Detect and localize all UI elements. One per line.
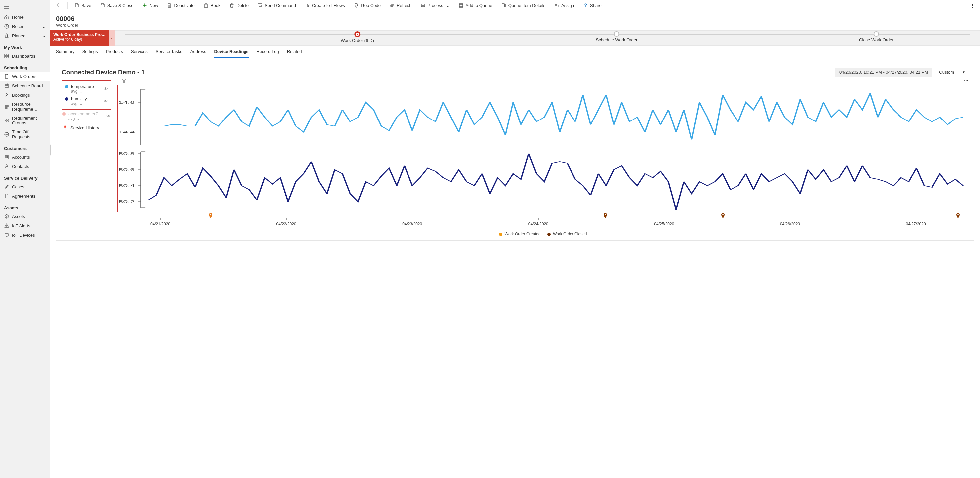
book-button[interactable]: Book [201,1,223,9]
bpf-stage-label: Schedule Work Order [596,37,638,42]
visibility-toggle-icon[interactable]: 👁 [107,113,111,118]
tab-address[interactable]: Address [190,49,206,57]
tab-device-readings[interactable]: Device Readings [214,49,248,57]
bpf-track-line [125,34,970,35]
business-process-flow: Work Order Business Pro… Active for 6 da… [50,30,980,46]
x-tick-label: 04/27/2020 [906,222,926,226]
more-vert-icon: ⋮ [970,3,975,8]
sidebar-item-work-orders[interactable]: Work Orders [0,72,49,81]
timeline-event-pin-icon[interactable] [208,213,213,219]
back-icon [55,3,60,8]
process-icon [420,3,426,8]
sidebar-item-assets[interactable]: Assets [0,212,49,221]
hamburger-button[interactable] [0,2,49,12]
bpf-stage[interactable]: Close Work Order [859,30,894,42]
chart-layers-button[interactable] [121,78,127,84]
back-button[interactable] [53,1,62,9]
sidebar-item-dashboards[interactable]: Dashboards [0,51,49,61]
tab-services[interactable]: Services [131,49,148,57]
sidebar-item-schedule-board[interactable]: Schedule Board [0,81,49,90]
range-mode-select[interactable]: Custom ▼ [936,68,968,76]
process-button[interactable]: Process⌄ [418,1,452,9]
svg-point-12 [210,214,211,215]
event-closed-dot-icon [547,233,550,236]
x-tick [538,218,539,220]
bpf-stage[interactable]: Schedule Work Order [596,30,638,42]
sidebar-item-iot-alerts[interactable]: IoT Alerts [0,221,49,230]
sidebar-item-home[interactable]: Home [0,12,49,22]
bpf-collapse-button[interactable]: ‹ [109,30,115,46]
service-history-toggle[interactable]: 📍 Service History [62,122,111,132]
sidebar-item-recent[interactable]: Recent⌄ [0,22,49,31]
series-name: humidity [71,96,101,101]
sidebar-item-agreements[interactable]: Agreements [0,191,49,201]
tab-content: Connected Device Demo - 1 04/20/2020, 10… [50,58,980,478]
commandbar-overflow-button[interactable]: ⋮ [968,2,977,9]
refresh-button[interactable]: Refresh [387,1,414,9]
wrench-icon [4,184,9,190]
cube-icon [4,214,9,219]
tab-products[interactable]: Products [106,49,123,57]
tab-service-tasks[interactable]: Service Tasks [156,49,182,57]
card-header: Connected Device Demo - 1 04/20/2020, 10… [62,68,968,76]
share-button[interactable]: Share [581,1,604,9]
sidebar-item-label: Assets [12,214,25,219]
save-button[interactable]: Save [72,1,94,9]
save-close-button[interactable]: Save & Close [98,1,136,9]
sidebar-item-resource-requireme-[interactable]: Resource Requireme… [0,100,49,113]
command-label: Send Command [265,3,296,8]
sidebar-item-time-off-requests[interactable]: Time Off Requests [0,127,49,142]
svg-text:14.6: 14.6 [118,100,135,104]
series-aggregation-select[interactable]: avg⌄ [71,101,101,106]
tab-related[interactable]: Related [287,49,302,57]
saveclose-icon [100,3,105,8]
queue-item-details-button[interactable]: Queue Item Details [499,1,547,9]
x-tick [790,218,791,220]
visibility-toggle-icon[interactable]: 👁 [104,86,108,91]
create-iot-flows-button[interactable]: Create IoT Flows [303,1,347,9]
sidebar-item-pinned[interactable]: Pinned⌄ [0,31,49,40]
deactivate-button[interactable]: Deactivate [165,1,196,9]
tab-summary[interactable]: Summary [56,49,75,57]
sidebar-item-requirement-groups[interactable]: Requirement Groups [0,113,49,127]
command-label: Share [590,3,602,8]
sidebar-item-iot-devices[interactable]: IoT Devices [0,230,49,240]
sidebar-section-header: Scheduling [0,61,49,72]
timeline-event-pin-icon[interactable] [721,213,725,219]
legend-series-accelerometerZ[interactable]: accelerometerZavg⌄👁 [62,110,111,122]
tab-settings[interactable]: Settings [83,49,98,57]
bpf-stage[interactable]: Work Order (6 D) [340,30,374,43]
sidebar-item-accounts[interactable]: Accounts [0,153,49,162]
command-label: Queue Item Details [508,3,545,8]
timeline-event-pin-icon[interactable] [603,213,608,219]
main-area: SaveSave & CloseNewDeactivateBookDeleteS… [50,0,980,478]
sidebar-item-contacts[interactable]: Contacts [0,162,49,171]
timeseries-chart[interactable]: 14.414.650.250.450.650.8 [118,85,968,212]
new-button[interactable]: New [140,1,160,9]
add-to-queue-button[interactable]: Add to Queue [457,1,494,9]
series-aggregation-select[interactable]: avg⌄ [68,116,104,121]
legend-series-humidity[interactable]: humidityavg⌄👁 [64,95,109,107]
assign-button[interactable]: Assign [552,1,576,9]
series-aggregation-select[interactable]: avg⌄ [71,89,101,94]
record-entity: Work Order [56,22,974,28]
svg-text:50.8: 50.8 [118,152,135,156]
legend-series-temperature[interactable]: temperatureavg⌄👁 [64,83,109,95]
delete-button[interactable]: Delete [227,1,251,9]
device-title: Connected Device Demo - 1 [62,69,145,76]
send-command-button[interactable]: Send Command [256,1,298,9]
geo-code-button[interactable]: Geo Code [352,1,383,9]
sidebar-item-label: IoT Devices [12,233,35,238]
sidebar-item-label: Time Off Requests [12,129,46,139]
chevron-down-icon: ⌄ [79,101,83,106]
panel-resize-grip[interactable] [50,145,51,156]
chart-more-button[interactable]: ⋯ [964,78,968,83]
timeline-event-pin-icon[interactable] [956,213,960,219]
date-range-display: 04/20/2020, 10:21 PM - 04/27/2020, 04:21… [835,68,932,76]
sidebar-item-bookings[interactable]: Bookings [0,90,49,100]
tab-record-log[interactable]: Record Log [257,49,279,57]
sidebar-item-cases[interactable]: Cases [0,182,49,191]
bpf-header[interactable]: Work Order Business Pro… Active for 6 da… [50,30,109,46]
req-icon [4,104,9,109]
visibility-toggle-icon[interactable]: 👁 [104,99,108,104]
